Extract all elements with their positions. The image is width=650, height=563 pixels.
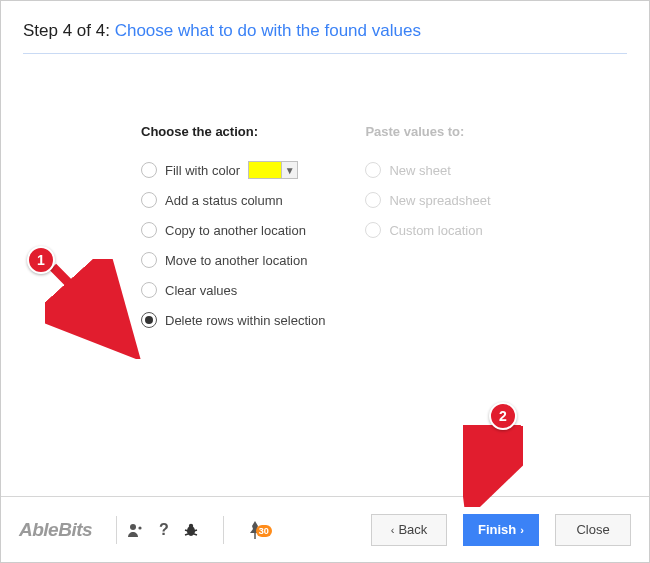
button-label: Back [398, 522, 427, 537]
back-button[interactable]: ‹ Back [371, 514, 447, 546]
radio-move-location[interactable]: Move to another location [141, 245, 325, 275]
svg-line-4 [185, 530, 188, 531]
action-column: Choose the action: Fill with color ▼ Add… [141, 124, 325, 335]
svg-line-7 [194, 534, 197, 535]
badge-count: 30 [256, 525, 272, 537]
radio-label: New sheet [389, 163, 450, 178]
brand-logo: AbleBits [19, 519, 92, 541]
svg-point-1 [138, 526, 141, 529]
pin-icon[interactable]: 30 [248, 521, 262, 539]
close-button[interactable]: Close [555, 514, 631, 546]
bug-icon[interactable] [183, 522, 199, 538]
annotation-arrow-2 [463, 425, 523, 507]
finish-button[interactable]: Finish › [463, 514, 539, 546]
chevron-left-icon: ‹ [391, 524, 395, 536]
svg-point-0 [130, 524, 136, 530]
action-heading: Choose the action: [141, 124, 325, 139]
radio-label: Fill with color [165, 163, 240, 178]
radio-icon [365, 192, 381, 208]
footer-divider [116, 516, 117, 544]
help-icon[interactable]: ? [159, 521, 169, 539]
paste-column: Paste values to: New sheet New spreadshe… [365, 124, 490, 335]
wizard-step-header: Step 4 of 4: Choose what to do with the … [23, 21, 627, 41]
radio-label: Clear values [165, 283, 237, 298]
button-label: Close [576, 522, 609, 537]
annotation-arrow-1 [45, 259, 141, 359]
radio-copy-location[interactable]: Copy to another location [141, 215, 325, 245]
radio-new-spreadsheet: New spreadsheet [365, 185, 490, 215]
chevron-down-icon: ▼ [281, 162, 297, 178]
radio-fill-color[interactable]: Fill with color ▼ [141, 155, 325, 185]
radio-clear-values[interactable]: Clear values [141, 275, 325, 305]
annotation-callout-2: 2 [489, 402, 517, 430]
radio-icon [365, 222, 381, 238]
people-icon[interactable] [127, 522, 145, 538]
radio-label: Add a status column [165, 193, 283, 208]
header-divider [23, 53, 627, 54]
radio-icon [141, 162, 157, 178]
radio-add-status-column[interactable]: Add a status column [141, 185, 325, 215]
svg-line-6 [185, 534, 188, 535]
svg-point-3 [189, 523, 193, 527]
radio-delete-rows[interactable]: Delete rows within selection [141, 305, 325, 335]
footer-divider [223, 516, 224, 544]
radio-new-sheet: New sheet [365, 155, 490, 185]
radio-icon [141, 282, 157, 298]
footer-buttons: ‹ Back Finish › Close [371, 514, 631, 546]
color-picker[interactable]: ▼ [248, 161, 298, 179]
radio-label: New spreadsheet [389, 193, 490, 208]
annotation-callout-1: 1 [27, 246, 55, 274]
radio-label: Custom location [389, 223, 482, 238]
radio-icon [141, 192, 157, 208]
radio-label: Copy to another location [165, 223, 306, 238]
paste-heading: Paste values to: [365, 124, 490, 139]
button-label: Finish [478, 522, 516, 537]
step-title: Choose what to do with the found values [115, 21, 421, 40]
step-prefix: Step 4 of 4: [23, 21, 115, 40]
options-area: Choose the action: Fill with color ▼ Add… [141, 124, 627, 335]
radio-icon [141, 252, 157, 268]
radio-icon [141, 222, 157, 238]
footer-icons: ? 30 [127, 516, 262, 544]
chevron-right-icon: › [520, 524, 524, 536]
radio-label: Move to another location [165, 253, 307, 268]
color-swatch-yellow [249, 162, 281, 178]
radio-icon [141, 312, 157, 328]
radio-custom-location: Custom location [365, 215, 490, 245]
radio-label: Delete rows within selection [165, 313, 325, 328]
wizard-footer: AbleBits ? 30 ‹ Back Finish › Close [1, 496, 649, 562]
svg-line-5 [194, 530, 197, 531]
radio-icon [365, 162, 381, 178]
